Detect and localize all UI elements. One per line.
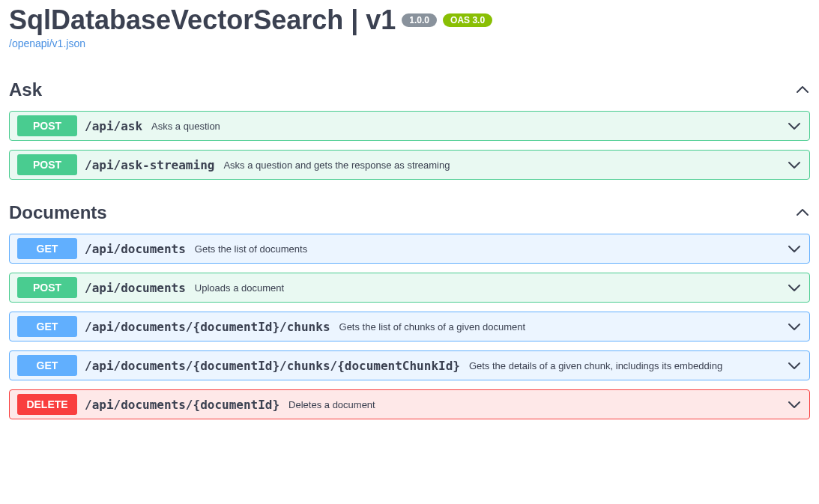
operation-summary: Deletes a document — [288, 399, 779, 410]
operation-summary: Gets the list of chunks of a given docum… — [339, 321, 779, 333]
section-title: Ask — [9, 79, 42, 100]
method-badge: POST — [17, 154, 77, 175]
spec-link[interactable]: /openapi/v1.json — [9, 37, 810, 49]
operation-summary: Asks a question — [151, 121, 779, 132]
chevron-up-icon — [795, 82, 810, 97]
chevron-down-icon — [787, 358, 802, 373]
chevron-up-icon — [795, 205, 810, 220]
operation-row[interactable]: POST /api/documents Uploads a document — [9, 273, 810, 303]
chevron-down-icon — [787, 319, 802, 334]
operation-row[interactable]: GET /api/documents/{documentId}/chunks/{… — [9, 350, 810, 380]
method-badge: DELETE — [17, 394, 77, 415]
operation-path: /api/documents/{documentId}/chunks/{docu… — [85, 359, 460, 373]
operation-row[interactable]: POST /api/ask-streaming Asks a question … — [9, 150, 810, 180]
operation-summary: Asks a question and gets the response as… — [223, 160, 779, 171]
method-badge: GET — [17, 238, 77, 259]
operation-path: /api/ask — [85, 119, 142, 133]
operation-summary: Uploads a document — [195, 282, 779, 294]
method-badge: GET — [17, 316, 77, 337]
method-badge: POST — [17, 115, 77, 136]
operation-row[interactable]: POST /api/ask Asks a question — [9, 111, 810, 141]
oas-badge: OAS 3.0 — [443, 13, 492, 27]
operation-path: /api/documents/{documentId}/chunks — [85, 320, 330, 334]
method-badge: GET — [17, 355, 77, 376]
api-title: SqlDatabaseVectorSearch | v1 — [9, 4, 396, 36]
section-header-ask[interactable]: Ask — [9, 79, 810, 100]
operation-summary: Gets the list of documents — [195, 243, 779, 255]
operation-row[interactable]: GET /api/documents Gets the list of docu… — [9, 234, 810, 264]
method-badge: POST — [17, 277, 77, 298]
operation-summary: Gets the details of a given chunk, inclu… — [469, 360, 779, 371]
operation-path: /api/ask-streaming — [85, 158, 214, 172]
chevron-down-icon — [787, 397, 802, 412]
chevron-down-icon — [787, 280, 802, 295]
page-header: SqlDatabaseVectorSearch | v1 1.0.0 OAS 3… — [9, 0, 810, 36]
version-badge: 1.0.0 — [402, 13, 437, 27]
section-documents: Documents GET /api/documents Gets the li… — [9, 202, 810, 419]
section-ask: Ask POST /api/ask Asks a question POST /… — [9, 79, 810, 180]
section-header-documents[interactable]: Documents — [9, 202, 810, 223]
chevron-down-icon — [787, 157, 802, 172]
section-title: Documents — [9, 202, 107, 223]
chevron-down-icon — [787, 118, 802, 133]
operation-path: /api/documents — [85, 242, 186, 256]
operation-path: /api/documents — [85, 281, 186, 295]
operation-path: /api/documents/{documentId} — [85, 398, 279, 412]
operation-row[interactable]: DELETE /api/documents/{documentId} Delet… — [9, 389, 810, 419]
chevron-down-icon — [787, 241, 802, 256]
operation-row[interactable]: GET /api/documents/{documentId}/chunks G… — [9, 312, 810, 341]
